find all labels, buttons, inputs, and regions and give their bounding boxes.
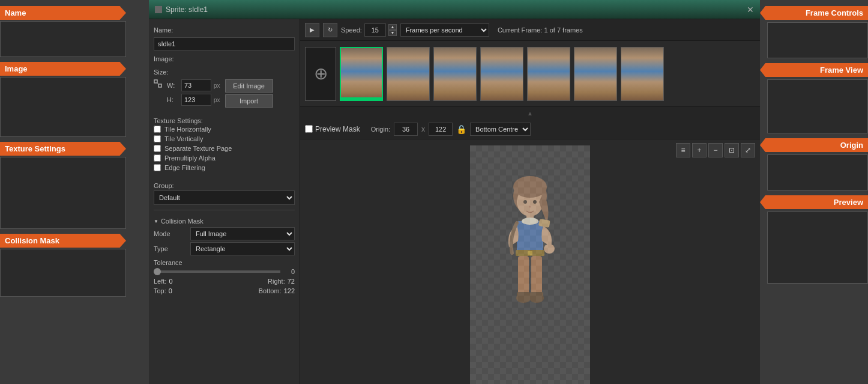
close-button[interactable]: ✕ bbox=[747, 5, 754, 14]
top-value: 0 bbox=[169, 287, 172, 294]
window-title: Sprite: sIdle1 bbox=[166, 5, 208, 14]
speed-label: Speed: bbox=[341, 26, 362, 34]
texture-settings-label: Texture Settings: bbox=[154, 117, 295, 124]
right-value: 72 bbox=[288, 278, 295, 285]
type-select[interactable]: Rectangle bbox=[190, 242, 295, 255]
top-bound: Top: 0 bbox=[154, 287, 172, 294]
sidebar-section-image: Image bbox=[0, 62, 149, 142]
size-label: Size: bbox=[154, 69, 295, 76]
collision-arrow-icon: ▼ bbox=[154, 219, 158, 224]
tolerance-value: 0 bbox=[283, 268, 295, 275]
left-bound: Left: 0 bbox=[154, 278, 173, 285]
speed-section: Speed: ▲ ▼ bbox=[341, 23, 397, 37]
premultiply-label: Premultiply Alpha bbox=[164, 154, 215, 162]
sidebar-label-image: Image bbox=[0, 62, 126, 76]
collision-mask-label: Collision Mask bbox=[161, 218, 203, 225]
tile-horizontally-checkbox[interactable] bbox=[154, 126, 161, 133]
name-input[interactable] bbox=[154, 37, 295, 50]
frame-strip: ⊕ bbox=[300, 41, 760, 107]
right-sidebar-box-frame-controls bbox=[767, 22, 868, 58]
preview-mask-checkbox[interactable] bbox=[305, 125, 313, 133]
frame-2[interactable] bbox=[387, 47, 430, 101]
frame-1[interactable] bbox=[340, 47, 383, 101]
origin-preset-select[interactable]: Bottom Centre Top Left Top Centre Top Ri… bbox=[470, 123, 531, 136]
origin-y-input[interactable] bbox=[429, 123, 453, 136]
preview-mask-label: Preview Mask bbox=[315, 125, 360, 133]
sidebar-label-name: Name bbox=[0, 6, 126, 20]
collision-mask-section: ▼ Collision Mask Mode Full Image Type Re… bbox=[154, 210, 295, 294]
mode-label: Mode bbox=[154, 230, 187, 237]
preview-mask-section: Preview Mask bbox=[305, 125, 360, 133]
loop-button[interactable]: ↻ bbox=[323, 23, 337, 37]
speed-input[interactable] bbox=[364, 23, 386, 37]
width-input[interactable] bbox=[181, 79, 211, 91]
checker-background bbox=[470, 145, 590, 384]
type-label: Type bbox=[154, 245, 187, 252]
origin-label: Origin: bbox=[371, 126, 390, 133]
right-sidebar-label-preview: Preview bbox=[760, 195, 868, 209]
tile-vertically-checkbox[interactable] bbox=[154, 135, 161, 142]
tile-horizontally-row: Tile Horizontally bbox=[154, 126, 295, 133]
tile-vertically-row: Tile Vertically bbox=[154, 135, 295, 142]
frame-6[interactable] bbox=[574, 47, 617, 101]
texture-settings-section: Texture Settings: Tile Horizontally Tile… bbox=[154, 115, 295, 174]
add-frame-button[interactable]: ⊕ bbox=[305, 47, 336, 101]
tolerance-slider[interactable] bbox=[154, 270, 280, 273]
bottom-value: 122 bbox=[284, 287, 295, 294]
title-bar: Sprite: sIdle1 ✕ bbox=[149, 0, 760, 19]
play-button[interactable]: ▶ bbox=[305, 23, 319, 37]
tile-vertically-label: Tile Vertically bbox=[164, 135, 203, 142]
right-sidebar-label-frame-controls: Frame Controls bbox=[760, 6, 868, 20]
left-label: Left: bbox=[154, 278, 166, 285]
edit-image-button[interactable]: Edit Image bbox=[225, 79, 273, 93]
frame-4[interactable] bbox=[480, 47, 523, 101]
separate-texture-checkbox[interactable] bbox=[154, 145, 161, 152]
frame-5[interactable] bbox=[527, 47, 570, 101]
sidebar-box-image bbox=[0, 77, 126, 137]
left-value: 0 bbox=[169, 278, 172, 285]
divider-row[interactable]: ▲ bbox=[300, 107, 760, 119]
premultiply-checkbox[interactable] bbox=[154, 154, 161, 162]
separate-texture-label: Separate Texture Page bbox=[164, 145, 232, 152]
edge-filtering-label: Edge Filtering bbox=[164, 164, 205, 171]
speed-down-button[interactable]: ▼ bbox=[388, 30, 397, 36]
svg-line-2 bbox=[157, 83, 158, 84]
sidebar-box-texture bbox=[0, 157, 126, 229]
zoom-out-button[interactable]: − bbox=[708, 143, 723, 157]
right-sidebar-section-preview: Preview bbox=[760, 195, 868, 288]
zoom-in-button[interactable]: + bbox=[692, 143, 707, 157]
reset-zoom-button[interactable]: ⊡ bbox=[725, 143, 739, 157]
right-sidebar-box-origin bbox=[767, 154, 868, 190]
import-button[interactable]: Import bbox=[225, 94, 273, 108]
speed-arrows: ▲ ▼ bbox=[388, 24, 397, 36]
fit-button[interactable]: ⤢ bbox=[741, 143, 755, 157]
tile-horizontally-label: Tile Horizontally bbox=[164, 126, 211, 133]
image-buttons: Edit Image Import bbox=[225, 79, 273, 108]
lock-icon[interactable]: 🔒 bbox=[456, 124, 466, 134]
preview-controls: ≡ + − ⊡ ⤢ bbox=[676, 143, 755, 157]
group-select[interactable]: Default bbox=[154, 190, 295, 205]
mode-select[interactable]: Full Image bbox=[190, 227, 295, 240]
origin-x-input[interactable] bbox=[394, 123, 418, 136]
sidebar-box-name bbox=[0, 21, 126, 57]
origin-bar: Preview Mask Origin: x 🔒 Bottom Centre T… bbox=[300, 119, 760, 139]
bottom-bound: Bottom: 122 bbox=[259, 287, 295, 294]
width-row: W: px bbox=[167, 79, 220, 91]
sidebar-label-collision: Collision Mask bbox=[0, 234, 126, 248]
frame-7[interactable] bbox=[621, 47, 664, 101]
sidebar-section-collision: Collision Mask bbox=[0, 234, 149, 302]
frame-3[interactable] bbox=[433, 47, 477, 101]
right-sidebar-box-preview bbox=[767, 212, 868, 284]
speed-up-button[interactable]: ▲ bbox=[388, 24, 397, 30]
preview-area: ≡ + − ⊡ ⤢ bbox=[300, 139, 760, 384]
height-input[interactable] bbox=[181, 94, 211, 106]
edge-filtering-checkbox[interactable] bbox=[154, 164, 161, 171]
group-label: Group: bbox=[154, 182, 295, 189]
right-sidebar-label-frame-view: Frame View bbox=[760, 63, 868, 77]
preview-menu-button[interactable]: ≡ bbox=[676, 143, 690, 157]
current-frame-label: Current Frame: 1 of 7 frames bbox=[498, 26, 583, 34]
width-label: W: bbox=[167, 82, 179, 89]
fps-select[interactable]: Frames per second Frames per game frame … bbox=[400, 23, 489, 37]
frame-controls-bar: ▶ ↻ Speed: ▲ ▼ Frames per second Frames … bbox=[300, 19, 760, 41]
tolerance-label: Tolerance bbox=[154, 259, 295, 266]
